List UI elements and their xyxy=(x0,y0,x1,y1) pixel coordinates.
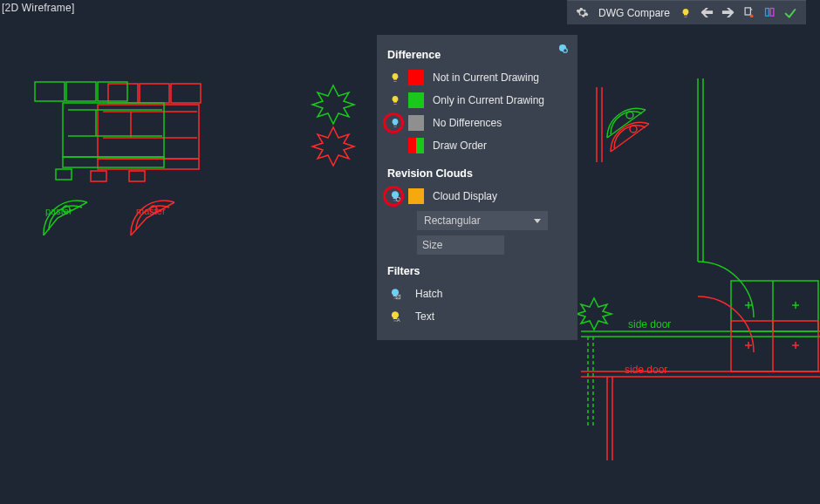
hatch-filter-toggle-icon[interactable] xyxy=(387,288,403,300)
compare-settings-panel: Difference Not in Current Drawing Only i… xyxy=(377,35,577,340)
svg-rect-12 xyxy=(56,169,72,180)
difference-section-title: Difference xyxy=(387,49,567,61)
difference-label: Not in Current Drawing xyxy=(433,72,539,84)
toggle-compare-icon[interactable] xyxy=(675,3,696,23)
svg-point-31 xyxy=(626,112,633,119)
svg-rect-33 xyxy=(745,8,750,15)
finish-compare-button[interactable] xyxy=(780,3,801,23)
toolbar-title: DWG Compare xyxy=(598,7,670,19)
svg-rect-2 xyxy=(171,84,201,103)
bulb-toggle-icon[interactable] xyxy=(387,117,403,129)
prev-difference-button[interactable]: 🡰 xyxy=(696,3,717,23)
svg-rect-19 xyxy=(731,281,818,331)
cloud-size-input[interactable]: Size xyxy=(417,235,504,255)
svg-rect-9 xyxy=(98,82,127,101)
size-label: Size xyxy=(422,239,442,251)
color-swatch-red[interactable] xyxy=(408,70,424,85)
svg-rect-35 xyxy=(765,9,769,17)
difference-label: Draw Order xyxy=(433,140,487,152)
settings-gear-icon[interactable] xyxy=(572,3,593,23)
svg-point-14 xyxy=(150,206,157,213)
svg-rect-7 xyxy=(35,82,65,101)
svg-point-38 xyxy=(564,49,568,53)
filter-label: Text xyxy=(415,310,434,323)
color-swatch-gray[interactable] xyxy=(408,115,424,131)
viewport-mode-label[interactable]: [2D Wireframe] xyxy=(2,2,74,14)
svg-point-39 xyxy=(396,197,400,201)
svg-rect-36 xyxy=(770,9,774,17)
svg-point-32 xyxy=(630,126,637,133)
label-side-door-red: side door xyxy=(625,364,667,376)
difference-row-draw-order: Draw Order xyxy=(387,134,567,157)
export-snapshot-icon[interactable] xyxy=(759,3,780,23)
label-master-green: paster xyxy=(45,206,72,216)
revision-clouds-section-title: Revision Clouds xyxy=(387,167,567,180)
cloud-shape-value: Rectangular xyxy=(424,215,481,227)
difference-label: No Differences xyxy=(433,117,502,129)
difference-row-only-in-current: Only in Current Drawing xyxy=(387,89,567,112)
difference-row-no-differences: No Differences xyxy=(387,112,567,134)
svg-rect-25 xyxy=(731,321,818,371)
cloud-display-row: Cloud Display xyxy=(387,185,567,208)
text-filter-toggle-icon[interactable]: A xyxy=(387,310,403,323)
svg-rect-6 xyxy=(129,171,145,181)
svg-rect-11 xyxy=(63,157,164,167)
color-swatch-green[interactable] xyxy=(408,92,424,108)
chevron-down-icon xyxy=(534,219,541,223)
svg-point-13 xyxy=(63,206,70,213)
label-side-door-green: side door xyxy=(628,318,671,330)
filters-section-title: Filters xyxy=(387,265,567,277)
filter-row-text: A Text xyxy=(387,305,567,328)
cloud-toggle-icon[interactable] xyxy=(387,190,403,202)
cloud-display-label: Cloud Display xyxy=(433,190,497,202)
color-swatch-orange[interactable] xyxy=(408,188,424,204)
cloud-shape-dropdown[interactable]: Rectangular xyxy=(417,211,548,230)
color-swatch-draworder[interactable] xyxy=(408,138,424,153)
svg-rect-5 xyxy=(91,171,106,181)
svg-rect-1 xyxy=(140,84,169,103)
difference-row-not-in-current: Not in Current Drawing xyxy=(387,66,567,89)
import-objects-icon[interactable] xyxy=(738,3,759,23)
difference-label: Only in Current Drawing xyxy=(433,94,544,106)
svg-rect-8 xyxy=(66,82,96,101)
svg-rect-0 xyxy=(108,84,138,103)
dwg-compare-toolbar: DWG Compare 🡰 🡲 xyxy=(567,0,806,24)
label-master-red: master xyxy=(136,206,166,216)
bulb-toggle-icon[interactable] xyxy=(387,72,403,84)
bulb-toggle-icon[interactable] xyxy=(387,94,403,106)
next-difference-button[interactable]: 🡲 xyxy=(717,3,738,23)
svg-point-34 xyxy=(749,14,753,17)
panel-indicator-icon xyxy=(557,42,569,54)
svg-rect-3 xyxy=(98,105,199,159)
svg-text:A: A xyxy=(397,317,400,323)
filter-row-hatch: Hatch xyxy=(387,283,567,305)
svg-rect-4 xyxy=(98,159,199,169)
svg-rect-10 xyxy=(63,103,164,157)
filter-label: Hatch xyxy=(415,288,442,300)
